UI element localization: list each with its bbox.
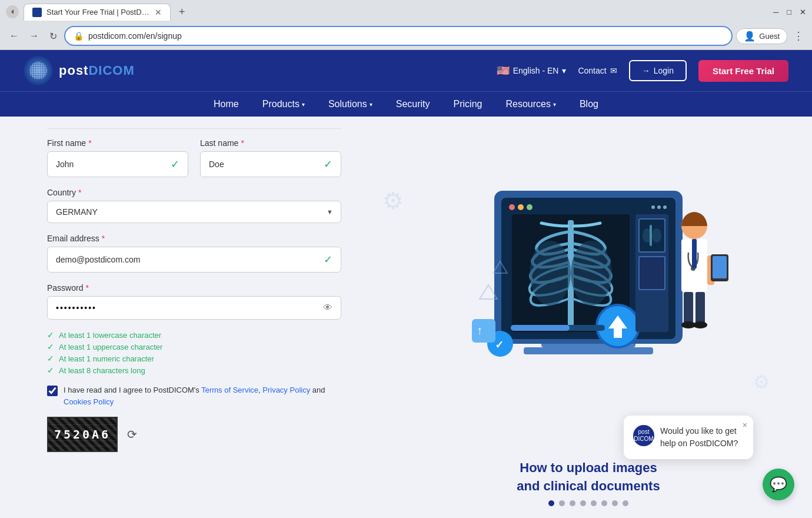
last-name-input-wrapper[interactable]: ✓ bbox=[200, 151, 341, 177]
cookies-policy-link[interactable]: Cookies Policy bbox=[64, 397, 114, 406]
maximize-btn[interactable]: □ bbox=[787, 8, 791, 16]
slide-dot-2[interactable] bbox=[559, 500, 565, 506]
country-label: Country * bbox=[47, 188, 341, 197]
start-free-trial-button[interactable]: Start Free Trial bbox=[698, 60, 788, 82]
top-bar: postDICOM 🇺🇸 English - EN ▾ Contact ✉ → … bbox=[0, 50, 812, 92]
nav-item-security[interactable]: Security bbox=[396, 99, 430, 109]
lang-label: English - EN bbox=[513, 66, 559, 75]
email-input[interactable] bbox=[56, 255, 319, 264]
close-btn[interactable]: ✕ bbox=[800, 8, 806, 16]
slide-text: How to upload images and clinical docume… bbox=[365, 453, 812, 496]
url-text: postdicom.com/en/signup bbox=[88, 31, 723, 41]
slide-dot-3[interactable] bbox=[570, 500, 575, 506]
first-name-label: First name * bbox=[47, 138, 188, 148]
nav-item-solutions[interactable]: Solutions ▾ bbox=[328, 99, 372, 109]
gear-right-icon: ⚙ bbox=[753, 371, 777, 394]
chat-icon: 💬 bbox=[770, 476, 787, 493]
svg-point-7 bbox=[527, 204, 533, 210]
minimize-btn[interactable]: ─ bbox=[773, 8, 778, 16]
tab-title: Start Your Free Trial | PostDICOM bbox=[46, 8, 150, 16]
password-input[interactable] bbox=[56, 303, 323, 313]
password-visibility-toggle-icon[interactable]: 👁 bbox=[323, 303, 332, 313]
nav-item-resources[interactable]: Resources ▾ bbox=[505, 99, 555, 109]
svg-text:✓: ✓ bbox=[495, 339, 504, 351]
pw-req-uppercase-text: At least 1 uppercase character bbox=[59, 343, 162, 351]
chat-avatar-text: postDICOM bbox=[634, 429, 653, 443]
last-name-input[interactable] bbox=[209, 160, 319, 169]
privacy-policy-link[interactable]: Privacy Policy bbox=[262, 386, 310, 394]
first-name-input[interactable] bbox=[56, 160, 166, 169]
terms-of-service-link[interactable]: Terms of Service bbox=[201, 386, 258, 394]
nav-item-pricing[interactable]: Pricing bbox=[454, 99, 482, 109]
pw-req-uppercase: ✓ At least 1 uppercase character bbox=[47, 342, 341, 351]
nav-products-label: Products bbox=[262, 99, 299, 109]
chat-popup-close-icon[interactable]: × bbox=[743, 420, 747, 430]
svg-rect-38 bbox=[713, 256, 727, 278]
browser-menu-icon[interactable]: ⋮ bbox=[791, 27, 806, 45]
gear-left-icon: ⚙ bbox=[382, 187, 412, 217]
pw-req-length: ✓ At least 8 characters long bbox=[47, 366, 341, 375]
first-name-group: First name * ✓ bbox=[47, 138, 188, 177]
address-bar[interactable]: 🔒 postdicom.com/en/signup bbox=[64, 26, 733, 46]
profile-button[interactable]: 👤 Guest bbox=[736, 28, 787, 44]
slide-dot-4[interactable] bbox=[580, 500, 586, 506]
lang-chevron-icon: ▾ bbox=[562, 66, 566, 75]
password-required: * bbox=[85, 283, 88, 293]
svg-point-24 bbox=[652, 228, 661, 243]
chat-button[interactable]: 💬 bbox=[763, 469, 794, 500]
active-tab[interactable]: Start Your Free Trial | PostDICOM ✕ bbox=[24, 4, 171, 21]
trial-label: Start Free Trial bbox=[713, 66, 774, 76]
svg-rect-25 bbox=[650, 225, 652, 246]
resources-chevron-icon: ▾ bbox=[553, 101, 556, 108]
forward-button[interactable]: → bbox=[26, 29, 42, 43]
reload-button[interactable]: ↻ bbox=[46, 29, 61, 44]
last-name-group: Last name * ✓ bbox=[200, 138, 341, 177]
pw-req-numeric-text: At least 1 numeric character bbox=[59, 354, 154, 363]
country-select[interactable]: GERMANY USA UK bbox=[47, 201, 341, 223]
svg-point-9 bbox=[657, 205, 661, 209]
first-name-input-wrapper[interactable]: ✓ bbox=[47, 151, 188, 177]
country-required: * bbox=[78, 188, 81, 197]
country-select-wrapper: GERMANY USA UK bbox=[47, 201, 341, 223]
tab-favicon bbox=[32, 8, 42, 17]
nav-bar: Home Products ▾ Solutions ▾ Security Pri… bbox=[0, 92, 812, 117]
slide-dots bbox=[365, 496, 812, 511]
terms-text: I have read and I agree to PostDICOM's T… bbox=[64, 384, 341, 407]
new-tab-button[interactable]: + bbox=[179, 6, 185, 18]
nav-item-products[interactable]: Products ▾ bbox=[262, 99, 305, 109]
language-selector[interactable]: 🇺🇸 English - EN ▾ bbox=[497, 64, 567, 77]
back-button[interactable]: ← bbox=[6, 29, 22, 43]
medical-illustration: ✓ ↑ bbox=[441, 167, 736, 403]
logo-area: postDICOM bbox=[24, 56, 135, 85]
nav-item-home[interactable]: Home bbox=[214, 99, 239, 109]
captcha-refresh-button[interactable]: ⟳ bbox=[127, 427, 137, 441]
pw-req-uppercase-check-icon: ✓ bbox=[47, 342, 54, 351]
form-side: First name * ✓ Last name * ✓ bbox=[0, 117, 365, 511]
window-controls: ─ □ ✕ bbox=[773, 8, 806, 16]
email-input-wrapper[interactable]: ✓ bbox=[47, 247, 341, 273]
solutions-chevron-icon: ▾ bbox=[370, 101, 372, 108]
guest-label: Guest bbox=[759, 32, 780, 41]
slide-dot-7[interactable] bbox=[612, 500, 618, 506]
login-button[interactable]: → Login bbox=[629, 60, 687, 81]
pw-req-lowercase-text: At least 1 lowercase character bbox=[59, 331, 161, 340]
pw-req-length-check-icon: ✓ bbox=[47, 366, 54, 375]
chat-popup-message: Would you like to get help on PostDICOM? bbox=[660, 425, 744, 450]
password-input-wrapper[interactable]: 👁 bbox=[47, 296, 341, 320]
terms-checkbox[interactable] bbox=[47, 386, 58, 396]
slide-dot-1[interactable] bbox=[548, 500, 554, 506]
browser-titlebar: Start Your Free Trial | PostDICOM ✕ + ─ … bbox=[0, 0, 812, 24]
svg-point-13 bbox=[530, 241, 571, 306]
contact-button[interactable]: Contact ✉ bbox=[578, 66, 617, 75]
svg-point-10 bbox=[651, 205, 655, 209]
slide-dot-5[interactable] bbox=[591, 500, 597, 506]
pw-req-numeric-check-icon: ✓ bbox=[47, 354, 54, 363]
tab-back-btn[interactable] bbox=[6, 5, 19, 18]
slide-dot-8[interactable] bbox=[623, 500, 628, 506]
slide-line-1: How to upload images bbox=[520, 460, 657, 475]
tab-close-btn[interactable]: ✕ bbox=[155, 8, 162, 17]
slide-dot-6[interactable] bbox=[601, 500, 607, 506]
last-name-check-icon: ✓ bbox=[324, 158, 332, 171]
nav-home-label: Home bbox=[214, 99, 239, 109]
nav-item-blog[interactable]: Blog bbox=[580, 99, 598, 109]
